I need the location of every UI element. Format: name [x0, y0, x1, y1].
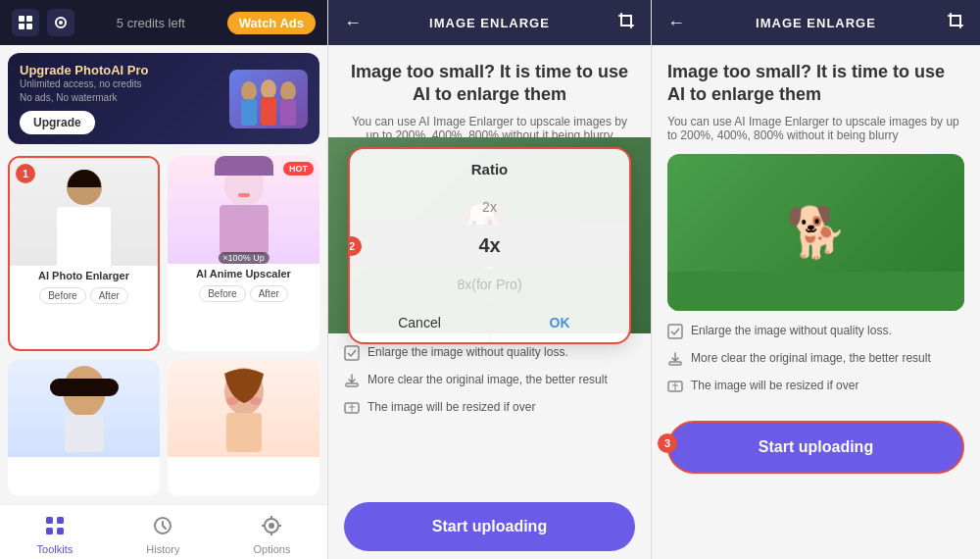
svg-rect-11 [280, 99, 296, 126]
svg-rect-7 [241, 99, 257, 126]
feature-text-1: Enlarge the image without quality loss. [368, 344, 568, 361]
watch-ads-button[interactable]: Watch Ads [227, 12, 316, 34]
header-icons [12, 9, 74, 36]
panel3-content: Image too small? It is time to use AI to… [652, 45, 980, 559]
svg-point-6 [241, 81, 257, 101]
svg-point-8 [261, 79, 276, 99]
svg-rect-19 [46, 517, 53, 524]
panel3-feature-icon-2 [667, 351, 683, 370]
panel3-feature-1: Enlarge the image without quality loss. [667, 323, 964, 342]
options-icon [261, 515, 282, 541]
svg-rect-22 [57, 528, 64, 534]
svg-point-24 [269, 523, 274, 529]
panel3-heading: Image too small? It is time to use AI to… [667, 61, 964, 107]
svg-rect-21 [46, 528, 53, 534]
svg-rect-14 [65, 415, 104, 452]
feature-icon-3 [344, 400, 360, 419]
dog-image: 🐕 [667, 154, 964, 311]
tool-card-photo-enlarger[interactable]: 1 AI Photo Enlarger Before After [8, 156, 160, 351]
feature-icon-1 [344, 345, 360, 364]
history-icon [152, 515, 173, 541]
options-label: Options [254, 543, 291, 555]
toolkits-icon [44, 515, 66, 541]
panel3-feature-2: More clear the original image, the bette… [667, 350, 964, 370]
svg-rect-3 [26, 24, 32, 29]
panel3-back-button[interactable]: ← [667, 13, 685, 33]
nav-history[interactable]: History [126, 513, 199, 551]
hot-badge: HOT [283, 162, 314, 176]
svg-point-18 [250, 397, 262, 405]
panel2-features: Enlarge the image without quality loss. … [328, 336, 651, 434]
tools-grid: 1 AI Photo Enlarger Before After HOT [0, 152, 327, 504]
panel3-feature-text-3: The image will be resized if over [691, 378, 858, 394]
tool-card-anime-upscaler[interactable]: HOT ×100% Up AI Anime Upscaler Before [168, 156, 319, 351]
back-button[interactable]: ← [344, 13, 362, 33]
feature-text-3: The image will be resized if over [368, 399, 535, 416]
before-button-2[interactable]: Before [199, 285, 245, 302]
svg-point-5 [59, 21, 63, 25]
panel3-feature-icon-1 [667, 324, 683, 342]
banner-image [229, 70, 308, 128]
step-badge-1: 1 [16, 164, 35, 183]
tool-card-face[interactable] [8, 359, 160, 496]
crop-icon[interactable] [617, 12, 635, 33]
bottom-nav: Toolkits History [0, 504, 327, 559]
feature-icon-2 [344, 373, 360, 391]
ratio-modal: 2 Ratio 2x 4x 8x(for Pro) Cancel OK [348, 147, 631, 344]
after-button-2[interactable]: After [250, 285, 288, 302]
nav-toolkits[interactable]: Toolkits [18, 513, 93, 551]
upload-button-panel2[interactable]: Start uploading [344, 502, 635, 551]
panel-3: ← IMAGE ENLARGE Image too small? It is t… [652, 0, 980, 559]
feature-item-3: The image will be resized if over [344, 399, 635, 419]
nav-options[interactable]: Options [234, 513, 311, 551]
svg-point-17 [226, 397, 238, 405]
step3-container: 3 Start uploading [667, 413, 964, 474]
upload-button-panel3[interactable]: Start uploading [667, 421, 964, 474]
feature-item-2: More clear the original image, the bette… [344, 372, 635, 391]
ratio-ok-button[interactable]: OK [490, 303, 629, 342]
panel3-header: ← IMAGE ENLARGE [652, 0, 980, 45]
upgrade-line2: No ads, No watermark [20, 91, 148, 105]
after-button[interactable]: After [90, 287, 128, 304]
beauty-image [168, 359, 319, 457]
history-label: History [146, 543, 179, 555]
step3-badge: 3 [658, 433, 677, 453]
dog-emoji: 🐕 [786, 204, 847, 261]
panel3-feature-icon-3 [667, 379, 683, 397]
panel3-features: Enlarge the image without quality loss. … [667, 323, 964, 413]
credits-label: 5 credits left [117, 16, 185, 30]
panel3-description: You can use AI Image Enlarger to upscale… [667, 115, 964, 142]
panel-1: 5 credits left Watch Ads Upgrade PhotoAI… [0, 0, 328, 559]
tool-card-beauty[interactable] [168, 359, 319, 496]
panel-2: ← IMAGE ENLARGE Image too small? It is t… [328, 0, 652, 559]
anime-upscaler-label: AI Anime Upscaler [168, 264, 319, 285]
ratio-option-4x[interactable]: 4x [350, 225, 629, 267]
svg-rect-1 [26, 16, 32, 22]
panel2-header: ← IMAGE ENLARGE [328, 0, 651, 45]
feature-item-1: Enlarge the image without quality loss. [344, 344, 635, 364]
ratio-option-8x: 8x(for Pro) [350, 267, 629, 302]
upgrade-title: Upgrade PhotoAI Pro [20, 63, 148, 77]
svg-rect-0 [19, 16, 24, 22]
svg-rect-30 [345, 346, 359, 360]
panel3-crop-icon[interactable] [947, 12, 964, 33]
ratio-cancel-button[interactable]: Cancel [350, 303, 490, 342]
before-after-controls: Before After [10, 287, 158, 304]
svg-rect-34 [669, 362, 681, 365]
panel2-title: IMAGE ENLARGE [362, 16, 617, 30]
panel3-feature-text-1: Enlarge the image without quality loss. [691, 323, 892, 339]
panel3-feature-text-2: More clear the original image, the bette… [691, 350, 931, 367]
ratio-option-2x[interactable]: 2x [350, 189, 629, 225]
panel2-heading: Image too small? It is time to use AI to… [344, 61, 635, 107]
before-after-controls-2: Before After [168, 285, 319, 302]
panel3-title: IMAGE ENLARGE [685, 16, 947, 30]
svg-point-10 [280, 81, 296, 101]
toolkits-label: Toolkits [37, 543, 74, 555]
before-button[interactable]: Before [39, 287, 85, 304]
ratio-title: Ratio [350, 149, 629, 189]
svg-rect-9 [261, 97, 276, 126]
upgrade-button[interactable]: Upgrade [20, 111, 95, 134]
upgrade-banner: Upgrade PhotoAI Pro Unlimited access, no… [8, 53, 319, 144]
ratio-actions: Cancel OK [350, 302, 629, 342]
panel1-header: 5 credits left Watch Ads [0, 0, 327, 45]
